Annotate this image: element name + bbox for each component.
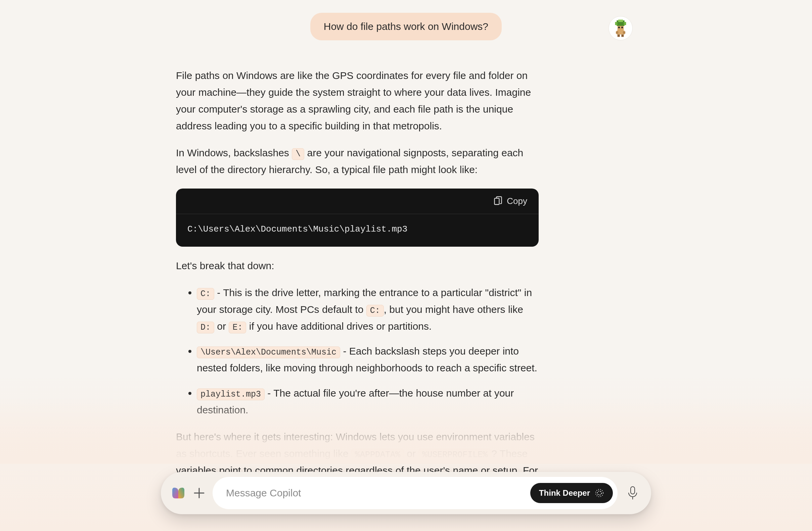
code-block: Copy C:\Users\Alex\Documents\Music\playl… [176,188,539,247]
svg-rect-8 [616,31,618,33]
inline-code: C: [366,305,384,317]
svg-point-15 [597,491,601,495]
svg-rect-12 [495,198,499,205]
svg-rect-9 [623,31,625,33]
add-button[interactable] [192,486,206,500]
user-message-text: How do file paths work on Windows? [324,21,488,32]
svg-rect-11 [621,34,624,37]
copy-icon [494,196,502,206]
copy-label: Copy [507,196,527,206]
inline-code-appdata: %APPDATA% [351,449,404,461]
plus-icon [193,487,205,499]
think-deeper-button[interactable]: Think Deeper [530,483,613,503]
inline-code-userprofile: %USERPROFILE% [418,449,491,461]
message-input[interactable] [226,487,530,499]
assistant-para-1: File paths on Windows are like the GPS c… [176,67,539,135]
list-item: \Users\Alex\Documents\Music - Each backs… [197,343,539,376]
inline-code: \Users\Alex\Documents\Music [197,347,340,358]
sparkle-gear-icon [595,488,604,498]
copilot-logo-icon[interactable] [171,486,186,500]
assistant-para-2: In Windows, backslashes \ are your navig… [176,144,539,178]
assistant-message: File paths on Windows are like the GPS c… [176,67,636,496]
svg-rect-5 [618,27,620,28]
code-block-header: Copy [176,188,539,214]
input-bar: Think Deeper [161,472,651,514]
microphone-icon [627,486,638,500]
assistant-para-3: Let's break that down: [176,257,539,274]
user-message-bubble: How do file paths work on Windows? [310,13,502,40]
inline-code: playlist.mp3 [197,389,265,400]
list-item: playlist.mp3 - The actual file you're af… [197,385,539,418]
svg-rect-17 [630,487,635,494]
svg-rect-10 [618,34,620,37]
svg-rect-2 [624,22,626,25]
avatar[interactable] [609,16,633,40]
breakdown-list: C: - This is the drive letter, marking t… [197,284,539,418]
inline-code-backslash: \ [292,148,304,160]
text-input-container: Think Deeper [213,477,618,509]
list-item: C: - This is the drive letter, marking t… [197,284,539,335]
avatar-sprite-icon [611,19,630,38]
svg-rect-1 [615,22,618,25]
svg-point-16 [596,489,603,497]
think-deeper-label: Think Deeper [539,488,590,498]
svg-rect-3 [618,19,623,22]
inline-code: E: [229,322,246,333]
svg-rect-6 [621,27,623,28]
copy-button[interactable]: Copy [494,196,527,206]
microphone-button[interactable] [624,485,641,501]
inline-code: D: [197,322,214,333]
code-content: C:\Users\Alex\Documents\Music\playlist.m… [176,214,539,247]
inline-code: C: [197,288,214,300]
